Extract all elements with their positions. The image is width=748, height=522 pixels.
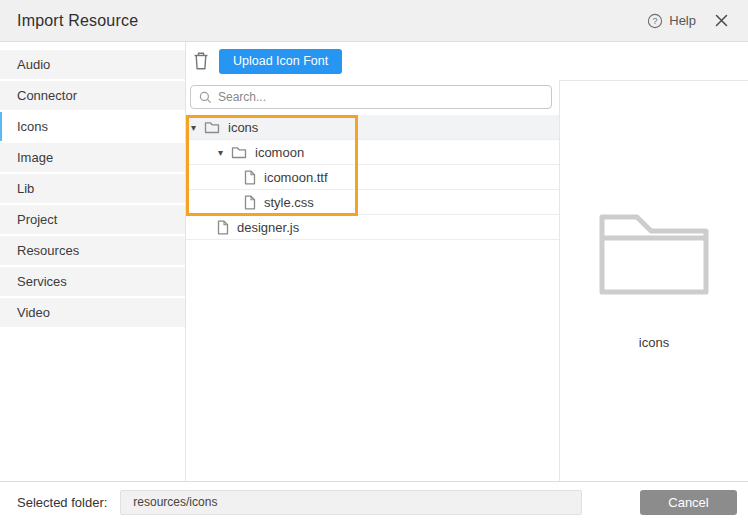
sidebar-item-video[interactable]: Video [0, 298, 185, 327]
sidebar-item-image[interactable]: Image [0, 143, 185, 172]
sidebar-item-icons[interactable]: Icons [0, 112, 185, 141]
sidebar-item-label: Icons [17, 119, 48, 134]
tree-row-style.css[interactable]: style.css [186, 190, 559, 215]
tree-item-label: icomoon [254, 145, 304, 160]
folder-icon [204, 121, 220, 134]
sidebar-item-label: Video [17, 305, 50, 320]
file-icon [217, 220, 229, 235]
preview-panel: icons [559, 80, 748, 481]
delete-button[interactable] [192, 51, 210, 71]
tree-row-icons[interactable]: ▾icons [186, 115, 559, 140]
caret-down-icon[interactable]: ▾ [190, 122, 204, 133]
page-title: Import Resource [17, 12, 138, 30]
tree-item-label: icomoon.ttf [263, 170, 328, 185]
close-button[interactable] [715, 14, 728, 27]
svg-text:?: ? [653, 16, 658, 26]
main-column: Upload Icon Font ▾icons▾icomoonicomoon.t… [186, 42, 748, 481]
tree-item-label: style.css [263, 195, 314, 210]
icons-toolbar: Upload Icon Font [186, 42, 748, 80]
sidebar-item-label: Audio [17, 57, 50, 72]
tree-row-designer.js[interactable]: designer.js [186, 215, 559, 240]
sidebar-item-connector[interactable]: Connector [0, 81, 185, 110]
trash-icon [193, 51, 209, 71]
sidebar-item-label: Resources [17, 243, 79, 258]
folder-preview-icon [599, 213, 709, 299]
sidebar-list: AudioConnectorIconsImageLibProjectResour… [0, 42, 186, 481]
tree-panel: ▾icons▾icomoonicomoon.ttfstyle.cssdesign… [186, 80, 559, 481]
help-button[interactable]: ? Help [647, 13, 696, 29]
upload-icon-font-button[interactable]: Upload Icon Font [219, 49, 342, 74]
dialog-footer: Selected folder: Cancel [0, 481, 748, 522]
help-icon: ? [647, 13, 663, 29]
search-input[interactable] [218, 90, 543, 104]
content-area: ▾icons▾icomoonicomoon.ttfstyle.cssdesign… [186, 80, 748, 481]
sidebar-item-resources[interactable]: Resources [0, 236, 185, 265]
sidebar-item-project[interactable]: Project [0, 205, 185, 234]
file-tree: ▾icons▾icomoonicomoon.ttfstyle.cssdesign… [186, 115, 559, 481]
help-label: Help [669, 13, 696, 28]
selected-folder-input[interactable] [120, 490, 582, 515]
tree-item-label: icons [227, 120, 258, 135]
search-icon [199, 91, 212, 104]
import-resource-dialog: Import Resource ? Help AudioConnectorIco… [0, 0, 748, 522]
close-icon [715, 14, 728, 27]
cancel-button[interactable]: Cancel [640, 490, 737, 515]
search-box [190, 85, 552, 109]
caret-down-icon[interactable]: ▾ [217, 147, 231, 158]
dialog-body: AudioConnectorIconsImageLibProjectResour… [0, 42, 748, 481]
folder-icon [231, 146, 247, 159]
sidebar-item-label: Lib [17, 181, 34, 196]
selected-folder-label: Selected folder: [17, 495, 107, 510]
sidebar-item-label: Project [17, 212, 57, 227]
sidebar-item-label: Connector [17, 88, 77, 103]
tree-item-label: designer.js [236, 220, 299, 235]
sidebar-item-services[interactable]: Services [0, 267, 185, 296]
file-icon [244, 195, 256, 210]
tree-row-icomoon[interactable]: ▾icomoon [186, 140, 559, 165]
sidebar-item-label: Services [17, 274, 67, 289]
sidebar-item-lib[interactable]: Lib [0, 174, 185, 203]
sidebar-item-label: Image [17, 150, 53, 165]
sidebar-item-audio[interactable]: Audio [0, 50, 185, 79]
preview-item-label: icons [639, 335, 669, 350]
dialog-header: Import Resource ? Help [0, 0, 748, 42]
file-icon [244, 170, 256, 185]
tree-row-icomoon.ttf[interactable]: icomoon.ttf [186, 165, 559, 190]
